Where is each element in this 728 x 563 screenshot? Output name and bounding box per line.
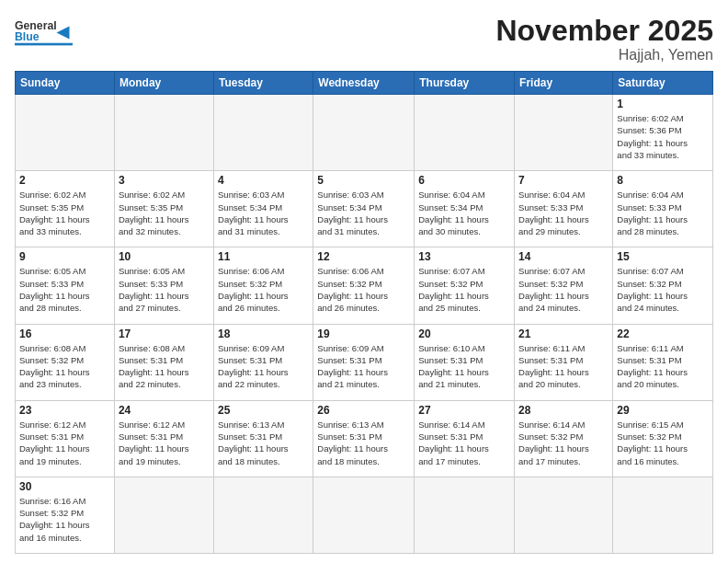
header-day-friday: Friday (515, 72, 613, 95)
day-number: 11 (218, 250, 309, 263)
calendar-cell: 16Sunrise: 6:08 AMSunset: 5:32 PMDayligh… (16, 324, 115, 400)
calendar-header-row: SundayMondayTuesdayWednesdayThursdayFrid… (16, 72, 713, 95)
day-number: 10 (119, 250, 210, 263)
day-number: 1 (617, 98, 709, 110)
calendar-cell: 29Sunrise: 6:15 AMSunset: 5:32 PMDayligh… (613, 400, 713, 477)
calendar-cell (415, 477, 515, 553)
day-info: Sunrise: 6:15 AMSunset: 5:32 PMDaylight:… (617, 419, 709, 467)
calendar-cell: 20Sunrise: 6:10 AMSunset: 5:31 PMDayligh… (415, 324, 515, 400)
calendar-cell: 22Sunrise: 6:11 AMSunset: 5:31 PMDayligh… (613, 324, 713, 400)
calendar-cell: 23Sunrise: 6:12 AMSunset: 5:31 PMDayligh… (16, 400, 115, 477)
calendar-cell (415, 95, 515, 171)
calendar-cell (313, 95, 415, 171)
calendar-cell: 17Sunrise: 6:08 AMSunset: 5:31 PMDayligh… (114, 324, 213, 400)
day-info: Sunrise: 6:05 AMSunset: 5:33 PMDaylight:… (119, 265, 210, 314)
calendar-cell: 4Sunrise: 6:03 AMSunset: 5:34 PMDaylight… (214, 171, 313, 247)
day-number: 7 (518, 174, 609, 187)
day-number: 9 (19, 250, 110, 263)
calendar-cell: 25Sunrise: 6:13 AMSunset: 5:31 PMDayligh… (214, 400, 313, 477)
calendar-cell: 3Sunrise: 6:02 AMSunset: 5:35 PMDaylight… (114, 171, 213, 247)
day-number: 17 (119, 327, 210, 340)
day-info: Sunrise: 6:06 AMSunset: 5:32 PMDaylight:… (317, 265, 410, 314)
calendar-table: SundayMondayTuesdayWednesdayThursdayFrid… (15, 71, 713, 554)
day-number: 14 (518, 250, 609, 263)
day-number: 12 (317, 250, 410, 263)
calendar-week-2: 9Sunrise: 6:05 AMSunset: 5:33 PMDaylight… (16, 247, 713, 324)
calendar-cell: 26Sunrise: 6:13 AMSunset: 5:31 PMDayligh… (313, 400, 415, 477)
day-number: 30 (19, 480, 110, 493)
header-day-saturday: Saturday (613, 72, 713, 95)
calendar-cell: 6Sunrise: 6:04 AMSunset: 5:34 PMDaylight… (415, 171, 515, 247)
day-number: 4 (218, 174, 309, 187)
day-number: 22 (617, 327, 709, 340)
calendar-cell: 1Sunrise: 6:02 AMSunset: 5:36 PMDaylight… (613, 95, 713, 171)
day-info: Sunrise: 6:04 AMSunset: 5:33 PMDaylight:… (617, 189, 709, 237)
day-number: 5 (317, 174, 410, 187)
svg-rect-3 (15, 43, 73, 46)
calendar-cell: 24Sunrise: 6:12 AMSunset: 5:31 PMDayligh… (114, 400, 213, 477)
calendar-cell (114, 477, 213, 553)
day-info: Sunrise: 6:07 AMSunset: 5:32 PMDaylight:… (617, 265, 709, 314)
logo-svg: General Blue (15, 15, 79, 55)
day-info: Sunrise: 6:12 AMSunset: 5:31 PMDaylight:… (119, 419, 210, 467)
calendar-cell (114, 95, 213, 171)
svg-marker-2 (57, 26, 70, 39)
day-number: 13 (418, 250, 510, 263)
calendar-week-0: 1Sunrise: 6:02 AMSunset: 5:36 PMDaylight… (16, 95, 713, 171)
day-number: 28 (518, 404, 609, 417)
calendar-cell (214, 95, 313, 171)
month-title: November 2025 (495, 15, 713, 47)
calendar-cell (613, 477, 713, 553)
calendar-cell: 10Sunrise: 6:05 AMSunset: 5:33 PMDayligh… (114, 247, 213, 324)
day-info: Sunrise: 6:04 AMSunset: 5:33 PMDaylight:… (518, 189, 609, 237)
calendar-cell: 5Sunrise: 6:03 AMSunset: 5:34 PMDaylight… (313, 171, 415, 247)
calendar-cell (16, 95, 115, 171)
day-number: 6 (418, 174, 510, 187)
calendar-cell: 19Sunrise: 6:09 AMSunset: 5:31 PMDayligh… (313, 324, 415, 400)
day-info: Sunrise: 6:02 AMSunset: 5:35 PMDaylight:… (19, 189, 110, 237)
day-info: Sunrise: 6:09 AMSunset: 5:31 PMDaylight:… (317, 342, 410, 391)
calendar-week-3: 16Sunrise: 6:08 AMSunset: 5:32 PMDayligh… (16, 324, 713, 400)
calendar-cell: 13Sunrise: 6:07 AMSunset: 5:32 PMDayligh… (415, 247, 515, 324)
calendar-cell: 7Sunrise: 6:04 AMSunset: 5:33 PMDaylight… (515, 171, 613, 247)
day-number: 2 (19, 174, 110, 187)
day-number: 15 (617, 250, 709, 263)
day-info: Sunrise: 6:03 AMSunset: 5:34 PMDaylight:… (218, 189, 309, 237)
calendar-week-1: 2Sunrise: 6:02 AMSunset: 5:35 PMDaylight… (16, 171, 713, 247)
calendar-cell: 14Sunrise: 6:07 AMSunset: 5:32 PMDayligh… (515, 247, 613, 324)
calendar-cell (515, 477, 613, 553)
day-number: 8 (617, 174, 709, 187)
day-number: 25 (218, 404, 309, 417)
calendar-cell: 8Sunrise: 6:04 AMSunset: 5:33 PMDaylight… (613, 171, 713, 247)
day-info: Sunrise: 6:07 AMSunset: 5:32 PMDaylight:… (418, 265, 510, 314)
day-number: 19 (317, 327, 410, 340)
calendar-cell: 2Sunrise: 6:02 AMSunset: 5:35 PMDaylight… (16, 171, 115, 247)
day-number: 18 (218, 327, 309, 340)
calendar-week-5: 30Sunrise: 6:16 AMSunset: 5:32 PMDayligh… (16, 477, 713, 553)
calendar-cell: 9Sunrise: 6:05 AMSunset: 5:33 PMDaylight… (16, 247, 115, 324)
day-info: Sunrise: 6:12 AMSunset: 5:31 PMDaylight:… (19, 419, 110, 467)
header-day-monday: Monday (114, 72, 213, 95)
day-info: Sunrise: 6:04 AMSunset: 5:34 PMDaylight:… (418, 189, 510, 237)
day-info: Sunrise: 6:13 AMSunset: 5:31 PMDaylight:… (317, 419, 410, 467)
day-info: Sunrise: 6:06 AMSunset: 5:32 PMDaylight:… (218, 265, 309, 314)
calendar-cell: 30Sunrise: 6:16 AMSunset: 5:32 PMDayligh… (16, 477, 115, 553)
day-info: Sunrise: 6:07 AMSunset: 5:32 PMDaylight:… (518, 265, 609, 314)
day-number: 24 (119, 404, 210, 417)
day-number: 21 (518, 327, 609, 340)
calendar-cell (515, 95, 613, 171)
day-number: 16 (19, 327, 110, 340)
day-number: 27 (418, 404, 510, 417)
day-info: Sunrise: 6:14 AMSunset: 5:32 PMDaylight:… (518, 419, 609, 467)
day-number: 3 (119, 174, 210, 187)
day-info: Sunrise: 6:08 AMSunset: 5:31 PMDaylight:… (119, 342, 210, 391)
header-day-sunday: Sunday (16, 72, 115, 95)
page: General Blue November 2025 Hajjah, Yemen… (0, 0, 728, 563)
header: General Blue November 2025 Hajjah, Yemen (15, 15, 713, 63)
day-info: Sunrise: 6:10 AMSunset: 5:31 PMDaylight:… (418, 342, 510, 391)
header-day-wednesday: Wednesday (313, 72, 415, 95)
day-number: 20 (418, 327, 510, 340)
day-info: Sunrise: 6:03 AMSunset: 5:34 PMDaylight:… (317, 189, 410, 237)
day-info: Sunrise: 6:11 AMSunset: 5:31 PMDaylight:… (617, 342, 709, 391)
calendar-cell (214, 477, 313, 553)
